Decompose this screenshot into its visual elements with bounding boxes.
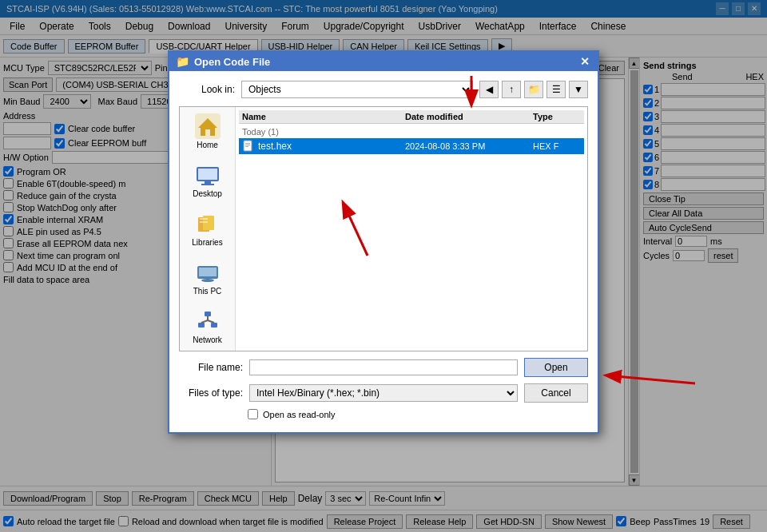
filename-label: File name: <box>179 362 243 373</box>
look-in-label: Look in: <box>179 84 235 95</box>
file-item-test-hex[interactable]: test.hex 2024-08-08 3:33 PM HEX F <box>239 138 584 154</box>
svg-rect-21 <box>245 143 250 144</box>
svg-line-18 <box>201 320 208 323</box>
file-browser: Home Desktop <box>179 106 588 351</box>
filetype-label: Files of type: <box>179 387 243 399</box>
modal-folder-icon: 📁 <box>176 55 189 68</box>
col-name-header: Name <box>242 112 405 121</box>
open-code-file-dialog: 📁 Open Code File ✕ Look in: Objects ◀ ↑ … <box>168 50 599 434</box>
modal-titlebar: 📁 Open Code File ✕ <box>169 52 598 71</box>
svg-rect-14 <box>205 312 211 316</box>
open-button[interactable]: Open <box>524 358 588 377</box>
svg-rect-8 <box>200 218 208 220</box>
modal-body: Look in: Objects ◀ ↑ 📁 ☰ ▼ <box>169 71 598 432</box>
view-options-button[interactable]: ▼ <box>569 81 588 98</box>
look-in-select[interactable]: Objects <box>241 81 473 98</box>
new-folder-button[interactable]: 📁 <box>524 81 543 98</box>
date-group-today: Today (1) <box>239 124 584 138</box>
nav-home-label: Home <box>197 141 218 149</box>
svg-rect-13 <box>206 279 209 281</box>
modal-title: Open Code File <box>194 56 270 68</box>
nav-this-pc[interactable]: This PC <box>180 253 235 302</box>
file-list-area: Name Date modified Type Today (1) test.h… <box>236 107 587 291</box>
svg-rect-16 <box>211 323 217 328</box>
nav-libraries-label: Libraries <box>192 238 222 247</box>
svg-rect-23 <box>245 146 248 147</box>
nav-up-button[interactable]: ↑ <box>502 81 521 98</box>
readonly-checkbox[interactable] <box>248 409 258 419</box>
svg-rect-4 <box>205 181 211 184</box>
modal-overlay: 📁 Open Code File ✕ Look in: Objects ◀ ↑ … <box>0 0 767 532</box>
svg-rect-3 <box>198 169 217 180</box>
file-date: 2024-08-08 3:33 PM <box>405 141 533 151</box>
svg-rect-20 <box>244 141 252 151</box>
file-list-header: Name Date modified Type <box>239 110 584 124</box>
nav-home[interactable]: Home <box>180 107 235 156</box>
filename-row: File name: test.hex Open <box>179 358 588 377</box>
nav-desktop-label: Desktop <box>193 189 222 198</box>
svg-rect-5 <box>201 184 214 185</box>
svg-line-19 <box>208 320 214 323</box>
nav-libraries[interactable]: Libraries <box>180 204 235 253</box>
svg-rect-11 <box>199 268 217 276</box>
svg-rect-9 <box>200 221 208 223</box>
nav-desktop[interactable]: Desktop <box>180 156 235 204</box>
modal-close-button[interactable]: ✕ <box>578 55 591 68</box>
nav-this-pc-label: This PC <box>193 287 222 296</box>
filetype-row: Files of type: Intel Hex/Binary (*.hex; … <box>179 383 588 403</box>
file-name: test.hex <box>258 141 405 152</box>
readonly-label: Open as read-only <box>263 410 336 419</box>
filename-input[interactable]: test.hex <box>249 359 518 375</box>
nav-network-label: Network <box>193 335 222 344</box>
svg-rect-15 <box>198 323 205 328</box>
file-type: HEX F <box>533 141 581 151</box>
svg-rect-22 <box>245 145 250 145</box>
nav-network[interactable]: Network <box>180 302 235 351</box>
browser-nav: Home Desktop <box>180 107 236 351</box>
col-date-header: Date modified <box>405 112 533 121</box>
cancel-button[interactable]: Cancel <box>524 383 588 403</box>
readonly-row: Open as read-only <box>179 409 588 419</box>
filetype-select[interactable]: Intel Hex/Binary (*.hex; *.bin) <box>249 384 518 402</box>
nav-back-button[interactable]: ◀ <box>479 81 499 98</box>
view-button[interactable]: ☰ <box>546 81 566 98</box>
col-type-header: Type <box>533 112 581 121</box>
